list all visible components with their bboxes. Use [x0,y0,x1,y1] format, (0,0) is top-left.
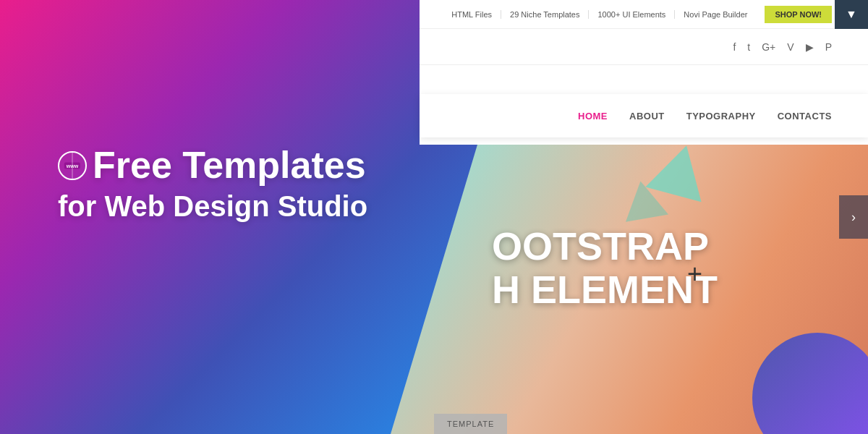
chevron-right-icon: › [851,210,856,225]
pinterest-icon[interactable]: P [825,41,832,53]
hero-title-line1: Free Templates [93,145,366,186]
nav-item-contacts[interactable]: CONTACTS [778,111,832,122]
dropdown-arrow-button[interactable]: ▼ [835,0,868,29]
bar-item-builder: Novi Page Builder [675,10,756,19]
bar-item-html: HTML Files [443,10,501,19]
bar-item-ui: 1000+ UI Elements [589,10,675,19]
social-bar: f t G+ V ▶ P [420,29,868,65]
navigation-bar: HOME ABOUT TYPOGRAPHY CONTACTS [420,94,868,137]
hero-title-row: Free Templates [58,145,367,186]
next-slide-button[interactable]: › [839,195,868,239]
globe-icon [58,151,87,180]
triangle-decoration-2 [619,177,668,222]
twitter-icon[interactable]: t [747,41,750,53]
vimeo-icon[interactable]: V [787,41,793,53]
bar-item-templates: 29 Niche Templates [501,10,589,19]
overlay-text-block: OOTSTRAP H ELEMENT [492,225,718,311]
googleplus-icon[interactable]: G+ [762,41,775,53]
shop-now-button[interactable]: SHOP NOW! [765,6,832,23]
hero-title-line2: for Web Design Studio [58,189,367,224]
nav-item-typography[interactable]: TYPOGRAPHY [686,111,756,122]
hero-text-block: Free Templates for Web Design Studio [58,145,367,224]
overlay-title-line1: OOTSTRAP [492,225,718,268]
facebook-icon[interactable]: f [733,41,736,53]
youtube-icon[interactable]: ▶ [806,41,814,53]
bar-items-container: HTML Files 29 Niche Templates 1000+ UI E… [443,6,832,23]
plus-symbol: + [687,259,702,289]
announcement-bar: HTML Files 29 Niche Templates 1000+ UI E… [420,0,868,29]
overlay-title-line2: H ELEMENT [492,268,718,311]
template-button[interactable]: TEMPLATE [434,414,507,434]
nav-item-home[interactable]: HOME [578,111,608,122]
chevron-down-icon: ▼ [846,8,857,21]
nav-item-about[interactable]: ABOUT [629,111,665,122]
